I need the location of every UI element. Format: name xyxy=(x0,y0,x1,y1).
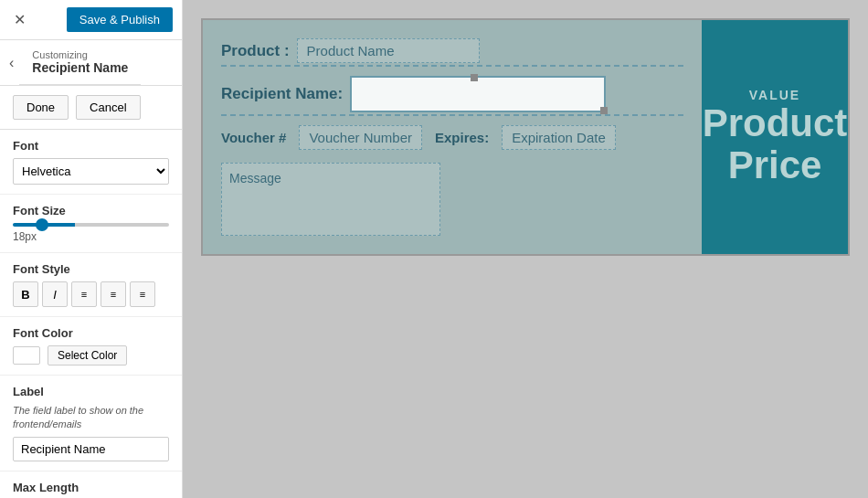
font-select[interactable]: Helvetica Arial Georgia Times New Roman … xyxy=(13,158,169,185)
font-section-title: Font xyxy=(13,139,169,153)
label-description: The field label to show on the frontend/… xyxy=(13,404,169,432)
price-label: Product Price xyxy=(703,102,848,186)
customizing-title: Recipient Name xyxy=(32,60,128,75)
font-section: Font Helvetica Arial Georgia Times New R… xyxy=(0,130,182,195)
font-size-slider[interactable] xyxy=(13,223,169,227)
voucher-number-value[interactable]: Voucher Number xyxy=(299,125,422,150)
label-section-title: Label xyxy=(13,385,169,398)
style-buttons: B I ≡ ≡ ≡ xyxy=(13,281,169,307)
back-button[interactable]: ‹ xyxy=(0,46,19,80)
select-color-button[interactable]: Select Color xyxy=(48,345,127,366)
bold-button[interactable]: B xyxy=(13,281,38,307)
font-color-section: Font Color Select Color xyxy=(0,317,182,376)
expires-field: Expires: Expiration Date xyxy=(435,125,616,150)
actions-row: Done Cancel xyxy=(0,86,182,130)
mid-row: Voucher # Voucher Number Expires: Expira… xyxy=(221,125,683,150)
product-row: Product : Product Name xyxy=(221,38,683,67)
done-button[interactable]: Done xyxy=(13,95,69,120)
font-style-section: Font Style B I ≡ ≡ ≡ xyxy=(0,253,182,317)
expires-label: Expires: xyxy=(435,130,489,145)
customizing-label: Customizing xyxy=(32,49,128,60)
value-label: VALUE xyxy=(749,88,800,102)
max-length-title: Max Length xyxy=(13,481,169,494)
expiration-value[interactable]: Expiration Date xyxy=(502,125,616,150)
customizing-header: ‹ Customizing Recipient Name xyxy=(0,40,182,86)
label-input[interactable] xyxy=(13,437,169,461)
right-panel: Product : Product Name Recipient Name: V… xyxy=(183,0,868,498)
top-bar: ✕ Save & Publish xyxy=(0,0,182,40)
top-resize-handle[interactable] xyxy=(471,74,478,81)
max-length-section: Max Length The maximum number of charact… xyxy=(0,472,182,498)
customizing-info: Customizing Recipient Name xyxy=(19,40,141,85)
close-button[interactable]: ✕ xyxy=(9,9,30,30)
font-size-section: Font Size 18px xyxy=(0,195,182,253)
font-style-title: Font Style xyxy=(13,262,169,276)
voucher-card: Product : Product Name Recipient Name: V… xyxy=(201,18,850,256)
message-box[interactable]: Message xyxy=(221,163,440,236)
bottom-resize-handle[interactable] xyxy=(600,107,608,114)
italic-button[interactable]: I xyxy=(42,281,68,307)
save-publish-button[interactable]: Save & Publish xyxy=(67,7,173,32)
voucher-number-field: Voucher # Voucher Number xyxy=(221,125,422,150)
cancel-button[interactable]: Cancel xyxy=(76,95,140,120)
product-label: Product : xyxy=(221,42,290,60)
voucher-number-label: Voucher # xyxy=(221,130,286,145)
color-swatch xyxy=(13,346,40,365)
align-left-button[interactable]: ≡ xyxy=(71,281,97,307)
recipient-input-box[interactable] xyxy=(350,76,606,112)
font-size-title: Font Size xyxy=(13,204,169,217)
font-color-title: Font Color xyxy=(13,326,169,340)
voucher-main: Product : Product Name Recipient Name: V… xyxy=(203,20,702,254)
product-value[interactable]: Product Name xyxy=(297,38,480,63)
recipient-label: Recipient Name: xyxy=(221,85,343,103)
font-size-display: 18px xyxy=(13,230,169,243)
align-center-button[interactable]: ≡ xyxy=(101,281,126,307)
label-section: Label The field label to show on the fro… xyxy=(0,376,182,472)
align-right-button[interactable]: ≡ xyxy=(130,281,155,307)
voucher-right: VALUE Product Price xyxy=(702,20,848,254)
left-panel: ✕ Save & Publish ‹ Customizing Recipient… xyxy=(0,0,183,498)
color-row: Select Color xyxy=(13,345,169,366)
recipient-row: Recipient Name: xyxy=(221,76,683,116)
